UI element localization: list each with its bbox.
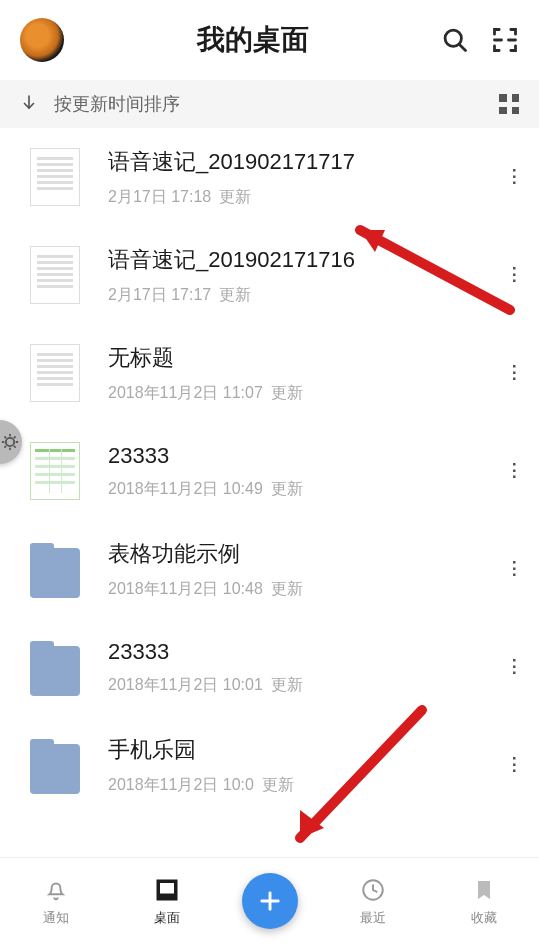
svg-line-1	[460, 45, 466, 51]
sort-bar[interactable]: 按更新时间排序	[0, 80, 539, 128]
more-icon[interactable]: ︙	[493, 362, 533, 385]
tab-desktop[interactable]: 桌面	[131, 875, 203, 927]
tab-label: 收藏	[471, 909, 497, 927]
file-row[interactable]: 23333 2018年11月2日 10:01更新 ︙	[0, 618, 539, 716]
document-icon	[30, 246, 80, 304]
tab-label: 通知	[43, 909, 69, 927]
search-icon[interactable]	[441, 26, 469, 54]
file-row[interactable]: 手机乐园 2018年11月2日 10:0更新 ︙	[0, 716, 539, 814]
bottom-nav: 通知 桌面 最近 收藏	[0, 857, 539, 943]
sort-direction-icon	[20, 93, 38, 116]
file-meta: 2018年11月2日 10:01更新	[108, 675, 493, 696]
sort-label: 按更新时间排序	[54, 92, 499, 116]
document-icon	[30, 148, 80, 206]
file-name: 23333	[108, 443, 493, 469]
file-meta: 2月17日 17:17更新	[108, 285, 493, 306]
clock-icon	[360, 875, 386, 905]
file-meta: 2018年11月2日 10:49更新	[108, 479, 493, 500]
tab-label: 最近	[360, 909, 386, 927]
tab-notify[interactable]: 通知	[20, 875, 92, 927]
folder-icon	[30, 638, 80, 696]
bell-icon	[43, 875, 69, 905]
svg-marker-9	[300, 810, 324, 838]
file-name: 23333	[108, 639, 493, 665]
add-button[interactable]	[242, 873, 298, 929]
file-name: 手机乐园	[108, 735, 493, 765]
file-meta: 2018年11月2日 11:07更新	[108, 383, 493, 404]
file-name: 无标题	[108, 343, 493, 373]
tab-favorite[interactable]: 收藏	[448, 875, 520, 927]
more-icon[interactable]: ︙	[493, 166, 533, 189]
file-meta: 2018年11月2日 10:0更新	[108, 775, 493, 796]
more-icon[interactable]: ︙	[493, 264, 533, 287]
folder-icon	[30, 736, 80, 794]
desktop-icon	[153, 875, 181, 905]
view-grid-icon[interactable]	[499, 94, 519, 114]
tab-label: 桌面	[154, 909, 180, 927]
folder-icon	[30, 540, 80, 598]
file-meta: 2月17日 17:18更新	[108, 187, 493, 208]
file-row[interactable]: 语音速记_201902171717 2月17日 17:18更新 ︙	[0, 128, 539, 226]
file-name: 语音速记_201902171717	[108, 147, 493, 177]
file-name: 表格功能示例	[108, 539, 493, 569]
bookmark-icon	[472, 875, 496, 905]
page-title: 我的桌面	[64, 21, 441, 59]
more-icon[interactable]: ︙	[493, 754, 533, 777]
scan-icon[interactable]	[491, 26, 519, 54]
spreadsheet-icon	[30, 442, 80, 500]
tab-recent[interactable]: 最近	[337, 875, 409, 927]
file-list: 语音速记_201902171717 2月17日 17:18更新 ︙ 语音速记_2…	[0, 128, 539, 814]
file-meta: 2018年11月2日 10:48更新	[108, 579, 493, 600]
svg-point-5	[6, 438, 14, 446]
file-row[interactable]: 语音速记_201902171716 2月17日 17:17更新 ︙	[0, 226, 539, 324]
more-icon[interactable]: ︙	[493, 656, 533, 679]
file-name: 语音速记_201902171716	[108, 245, 493, 275]
avatar[interactable]	[20, 18, 64, 62]
document-icon	[30, 344, 80, 402]
file-row[interactable]: 无标题 2018年11月2日 11:07更新 ︙	[0, 324, 539, 422]
file-row[interactable]: 表格功能示例 2018年11月2日 10:48更新 ︙	[0, 520, 539, 618]
svg-rect-11	[160, 883, 174, 894]
file-row[interactable]: 23333 2018年11月2日 10:49更新 ︙	[0, 422, 539, 520]
more-icon[interactable]: ︙	[493, 460, 533, 483]
more-icon[interactable]: ︙	[493, 558, 533, 581]
